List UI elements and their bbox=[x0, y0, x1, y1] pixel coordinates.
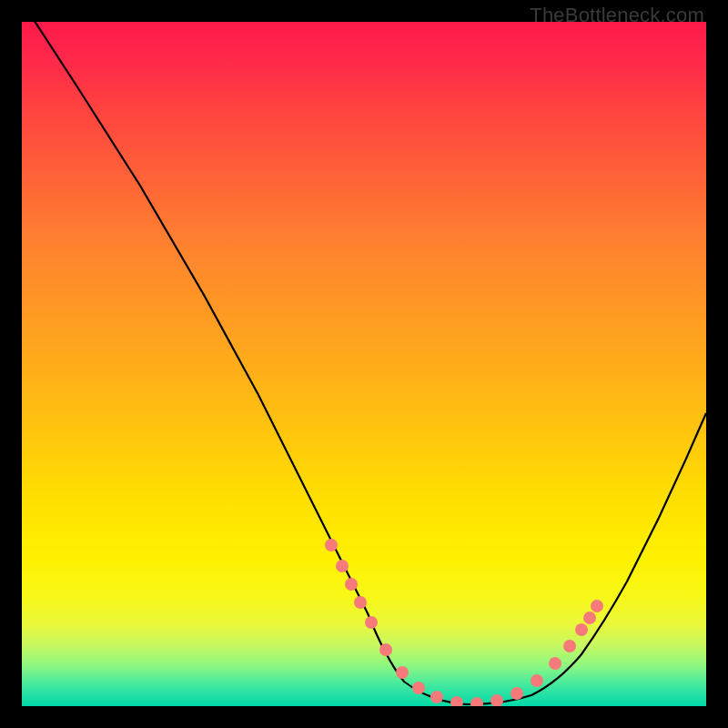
svg-point-8 bbox=[430, 691, 443, 703]
svg-point-11 bbox=[490, 694, 503, 706]
chart-frame: TheBottleneck.com bbox=[0, 0, 728, 728]
svg-point-2 bbox=[345, 578, 358, 591]
curve-path bbox=[29, 22, 706, 704]
svg-point-18 bbox=[591, 600, 603, 612]
svg-point-16 bbox=[575, 623, 588, 636]
svg-point-7 bbox=[412, 682, 425, 694]
svg-point-10 bbox=[470, 697, 483, 706]
bottleneck-curve bbox=[22, 22, 706, 706]
svg-point-3 bbox=[354, 596, 367, 609]
svg-point-17 bbox=[583, 612, 596, 624]
marker-dots bbox=[325, 539, 603, 706]
svg-point-4 bbox=[365, 616, 378, 629]
svg-point-12 bbox=[511, 687, 523, 700]
svg-point-1 bbox=[336, 560, 349, 572]
svg-point-14 bbox=[549, 657, 561, 670]
watermark-text: TheBottleneck.com bbox=[530, 4, 704, 27]
svg-point-13 bbox=[531, 674, 543, 687]
svg-point-6 bbox=[396, 666, 409, 679]
svg-point-9 bbox=[450, 696, 463, 706]
svg-point-5 bbox=[379, 643, 392, 656]
svg-point-15 bbox=[563, 640, 576, 652]
plot-area bbox=[22, 22, 706, 706]
svg-point-0 bbox=[325, 539, 338, 551]
